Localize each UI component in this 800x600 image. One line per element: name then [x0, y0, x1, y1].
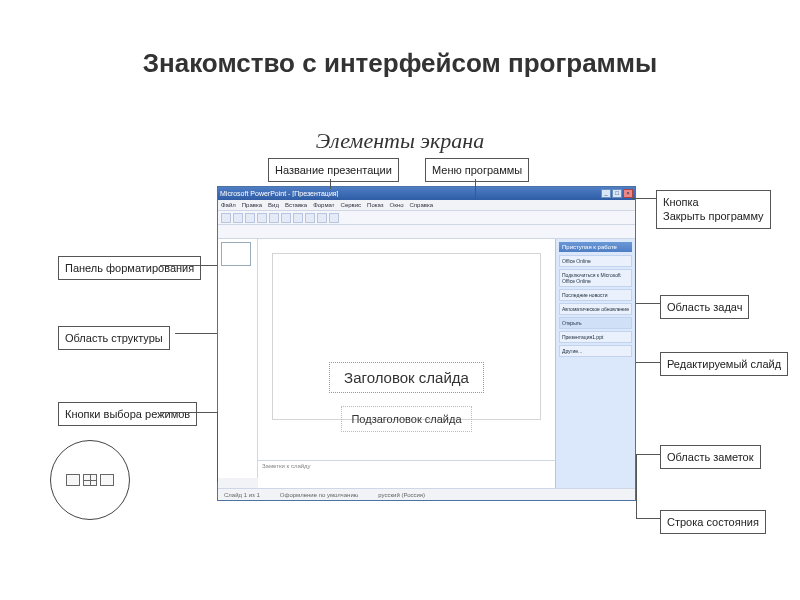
- menu-item[interactable]: Файл: [221, 202, 236, 208]
- callout-program-menu: Меню программы: [425, 158, 529, 182]
- view-mode-strip[interactable]: [218, 478, 258, 488]
- status-slide: Слайд 1 из 1: [224, 492, 260, 498]
- tool-button[interactable]: [233, 213, 243, 223]
- task-pane-link[interactable]: Последние новости: [559, 289, 632, 301]
- task-pane-link[interactable]: Автоматическое обновление: [559, 303, 632, 315]
- callout-status-bar: Строка состояния: [660, 510, 766, 534]
- callout-task-pane: Область задач: [660, 295, 749, 319]
- menu-item[interactable]: Вставка: [285, 202, 307, 208]
- connector: [636, 518, 660, 519]
- tool-button[interactable]: [281, 213, 291, 223]
- callout-editable-slide: Редактируемый слайд: [660, 352, 788, 376]
- connector: [175, 333, 217, 334]
- menu-item[interactable]: Показ: [367, 202, 383, 208]
- callout-presentation-title: Название презентации: [268, 158, 399, 182]
- task-pane-recent[interactable]: Презентация1.ppt: [559, 331, 632, 343]
- page-title: Знакомство с интерфейсом программы: [0, 48, 800, 79]
- menu-item[interactable]: Окно: [390, 202, 404, 208]
- slide[interactable]: Заголовок слайда Подзаголовок слайда: [272, 253, 541, 420]
- callout-close-button: Кнопка Закрыть программу: [656, 190, 771, 229]
- callout-view-buttons: Кнопки выбора режимов: [58, 402, 197, 426]
- connector: [217, 412, 218, 482]
- tool-button[interactable]: [293, 213, 303, 223]
- maximize-button[interactable]: □: [612, 189, 622, 198]
- menu-item[interactable]: Сервис: [341, 202, 362, 208]
- slide-area: Заголовок слайда Подзаголовок слайда Зам…: [258, 239, 555, 488]
- task-pane-recent[interactable]: Другие...: [559, 345, 632, 357]
- tool-button[interactable]: [305, 213, 315, 223]
- task-pane-brand: Office Online: [559, 255, 632, 267]
- callout-outline-area: Область структуры: [58, 326, 170, 350]
- notes-pane[interactable]: Заметки к слайду: [258, 460, 555, 488]
- callout-formatting-panel: Панель форматирования: [58, 256, 201, 280]
- connector: [636, 454, 660, 455]
- outline-pane[interactable]: [218, 239, 258, 488]
- titlebar-text: Microsoft PowerPoint - [Презентация]: [220, 190, 339, 197]
- page-subtitle: Элементы экрана: [0, 128, 800, 154]
- connector: [632, 198, 656, 199]
- connector: [330, 179, 331, 189]
- menu-item[interactable]: Формат: [313, 202, 334, 208]
- formatting-toolbar: [218, 225, 635, 239]
- callout-notes-area: Область заметок: [660, 445, 761, 469]
- slide-title-placeholder[interactable]: Заголовок слайда: [329, 362, 484, 393]
- status-bar: Слайд 1 из 1 Оформление по умолчанию рус…: [218, 488, 635, 500]
- menu-item[interactable]: Вид: [268, 202, 279, 208]
- tool-button[interactable]: [329, 213, 339, 223]
- workspace: Заголовок слайда Подзаголовок слайда Зам…: [218, 239, 635, 488]
- titlebar: Microsoft PowerPoint - [Презентация] _ □…: [218, 187, 635, 200]
- connector: [636, 500, 637, 518]
- standard-toolbar: [218, 211, 635, 225]
- slideshow-view-icon: [100, 474, 114, 486]
- slide-thumbnail[interactable]: [221, 242, 251, 266]
- connector: [160, 412, 217, 413]
- menu-bar: Файл Правка Вид Вставка Формат Сервис По…: [218, 200, 635, 211]
- slide-subtitle-placeholder[interactable]: Подзаголовок слайда: [341, 406, 472, 432]
- normal-view-icon: [66, 474, 80, 486]
- view-buttons-magnifier: [50, 440, 130, 520]
- close-button[interactable]: ×: [623, 189, 633, 198]
- tool-button[interactable]: [317, 213, 327, 223]
- window-buttons: _ □ ×: [601, 189, 633, 198]
- menu-item[interactable]: Правка: [242, 202, 262, 208]
- status-template: Оформление по умолчанию: [280, 492, 358, 498]
- minimize-button[interactable]: _: [601, 189, 611, 198]
- task-pane-link[interactable]: Подключиться к Microsoft Office Online: [559, 269, 632, 287]
- task-pane[interactable]: Приступая к работе Office Online Подключ…: [555, 239, 635, 488]
- tool-button[interactable]: [269, 213, 279, 223]
- tool-button[interactable]: [245, 213, 255, 223]
- tool-button[interactable]: [221, 213, 231, 223]
- connector: [636, 454, 637, 500]
- connector: [636, 362, 660, 363]
- connector: [475, 179, 476, 199]
- status-lang: русский (Россия): [378, 492, 425, 498]
- tool-button[interactable]: [257, 213, 267, 223]
- sorter-view-icon: [83, 474, 97, 486]
- menu-item[interactable]: Справка: [409, 202, 433, 208]
- task-pane-header: Приступая к работе: [559, 242, 632, 252]
- connector: [636, 303, 660, 304]
- connector: [160, 265, 217, 266]
- app-window: Microsoft PowerPoint - [Презентация] _ □…: [217, 186, 636, 501]
- task-pane-open: Открыть: [559, 317, 632, 329]
- canvas: Заголовок слайда Подзаголовок слайда: [258, 239, 555, 460]
